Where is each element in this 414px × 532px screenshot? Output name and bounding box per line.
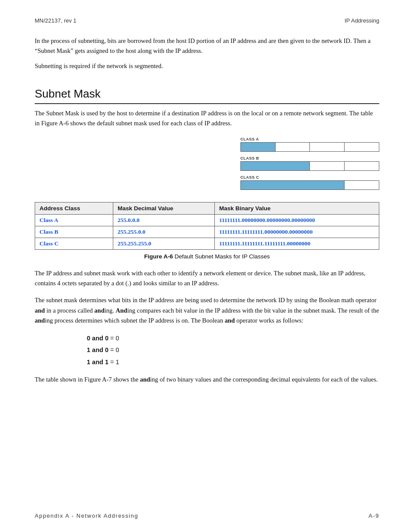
- table-row: Class C 255.255.255.0 11111111.11111111.…: [35, 238, 379, 249]
- class-b-blocks: [240, 161, 379, 171]
- col-header-decimal: Mask Decimal Value: [113, 202, 214, 214]
- table-row: Class B 255.255.0.0 11111111.11111111.00…: [35, 226, 379, 238]
- intro-para2: Subnetting is required if the network is…: [35, 61, 379, 71]
- col-header-binary: Mask Binary Value: [214, 202, 379, 214]
- header-left: MN/22137, rev 1: [35, 17, 76, 24]
- body-text-3: The subnet mask determines what bits in …: [35, 295, 379, 326]
- class-a-row: CLASS A: [240, 137, 379, 152]
- footer-right: A-9: [368, 512, 379, 519]
- class-b-filled: [241, 162, 310, 170]
- subnet-mask-table: Address Class Mask Decimal Value Mask Bi…: [35, 202, 379, 250]
- class-c-blocks: [240, 180, 379, 190]
- cell-binary: 11111111.00000000.00000000.00000000: [214, 214, 379, 226]
- page-footer: Appendix A - Network Addressing A-9: [35, 512, 379, 519]
- section-title: Subnet Mask: [35, 87, 379, 104]
- cell-class: Class C: [35, 238, 113, 249]
- math-line-2: 1 and 0 = 0: [87, 344, 379, 356]
- bold-And-3: And: [116, 307, 128, 314]
- bold-and-1: and: [35, 307, 45, 314]
- class-a-empty-2: [310, 143, 345, 151]
- class-a-empty-3: [345, 143, 379, 151]
- class-b-empty-1: [310, 162, 345, 170]
- class-a-empty-1: [276, 143, 310, 151]
- col-header-class: Address Class: [35, 202, 113, 214]
- class-c-empty-1: [345, 181, 379, 189]
- bold-and-6: and: [140, 376, 150, 383]
- class-a-label: CLASS A: [240, 137, 379, 141]
- diagram-area: CLASS A CLASS B CLASS C: [35, 137, 379, 194]
- cell-binary: 11111111.11111111.11111111.00000000: [214, 238, 379, 249]
- cell-decimal: 255.255.0.0: [113, 226, 214, 238]
- fig-label: Figure A-6: [144, 253, 173, 260]
- page: MN/22137, rev 1 IP Addressing In the pro…: [0, 0, 414, 532]
- cell-class: Class A: [35, 214, 113, 226]
- class-b-label: CLASS B: [240, 156, 379, 160]
- cell-binary: 11111111.11111111.00000000.00000000: [214, 226, 379, 238]
- table-header-row: Address Class Mask Decimal Value Mask Bi…: [35, 202, 379, 214]
- intro-para1: In the process of subnetting, bits are b…: [35, 36, 379, 56]
- class-c-row: CLASS C: [240, 175, 379, 190]
- bold-and-4: and: [35, 317, 45, 324]
- header-right: IP Addressing: [345, 17, 379, 24]
- class-a-filled: [241, 143, 276, 151]
- class-b-row: CLASS B: [240, 156, 379, 171]
- math-line-3: 1 and 1 = 1: [87, 356, 379, 369]
- class-c-filled: [241, 181, 345, 189]
- cell-class: Class B: [35, 226, 113, 238]
- cell-decimal: 255.255.255.0: [113, 238, 214, 249]
- class-a-blocks: [240, 142, 379, 152]
- bold-and-2: and: [94, 307, 104, 314]
- body-text-1: The Subnet Mask is used by the host to d…: [35, 108, 379, 128]
- math-block: 0 and 0 = 0 1 and 0 = 0 1 and 1 = 1: [87, 333, 379, 369]
- table-row: Class A 255.0.0.0 11111111.00000000.0000…: [35, 214, 379, 226]
- bold-and-5: and: [225, 317, 235, 324]
- footer-left: Appendix A - Network Addressing: [35, 512, 138, 519]
- math-line-1: 0 and 0 = 0: [87, 333, 379, 345]
- fig-caption-text: Default Subnet Masks for IP Classes: [173, 253, 269, 260]
- class-diagram: CLASS A CLASS B CLASS C: [240, 137, 379, 194]
- body-text-2: The IP address and subnet mask work with…: [35, 268, 379, 288]
- fig-caption: Figure A-6 Default Subnet Masks for IP C…: [35, 253, 379, 260]
- cell-decimal: 255.0.0.0: [113, 214, 214, 226]
- class-b-empty-2: [345, 162, 379, 170]
- body-text-4: The table shown in Figure A-7 shows the …: [35, 375, 379, 385]
- class-c-label: CLASS C: [240, 175, 379, 180]
- page-header: MN/22137, rev 1 IP Addressing: [35, 17, 379, 24]
